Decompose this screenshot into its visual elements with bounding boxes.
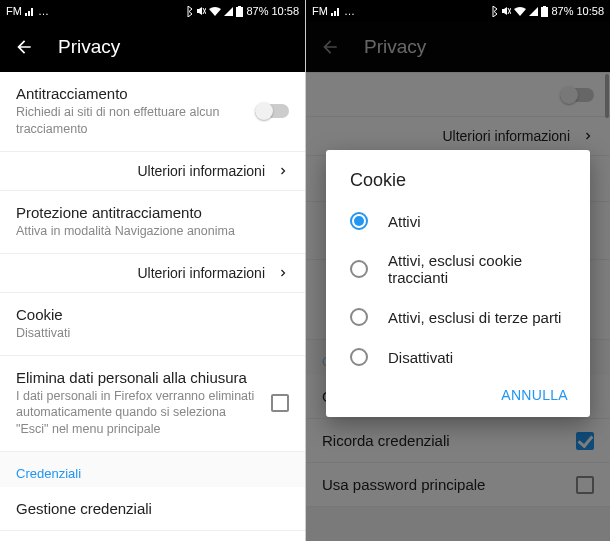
status-dots: … [38,5,49,17]
dialog-cancel-button[interactable]: ANNULLA [501,387,568,403]
mute-icon [501,6,511,16]
svg-rect-13 [543,6,546,8]
status-bar: FM … 87% 10:58 [0,0,305,22]
credentials-section-label: Credenziali [0,452,305,487]
protection-desc: Attiva in modalità Navigazione anonima [16,223,289,240]
clear-on-exit-row[interactable]: Elimina dati personali alla chiusura I d… [0,356,305,453]
signal-icon [25,6,35,16]
svg-rect-0 [25,13,27,16]
app-bar: Privacy [0,22,305,72]
cookie-option-attivi[interactable]: Attivi [332,201,584,241]
antitracking-desc: Richiedi ai siti di non effettuare alcun… [16,104,289,138]
cookie-row[interactable]: Cookie Disattivati [0,293,305,356]
radio-selected-icon [350,212,368,230]
page-title: Privacy [58,36,120,58]
svg-rect-9 [337,8,339,16]
remember-credentials-row[interactable]: Ricorda credenziali [0,531,305,541]
clear-on-exit-desc: I dati personali in Firefox verranno eli… [16,388,255,439]
signal-icon [331,6,341,16]
cookie-dialog: Cookie Attivi Attivi, esclusi cookie tra… [326,150,590,417]
status-dots: … [344,5,355,17]
svg-rect-6 [238,6,241,8]
battery-icon [541,6,548,17]
dialog-title: Cookie [332,170,584,201]
antitracking-switch[interactable] [255,104,289,118]
cookie-option-esclusi-terze[interactable]: Attivi, esclusi di terze parti [332,297,584,337]
clear-on-exit-title: Elimina dati personali alla chiusura [16,369,255,386]
more-info-link-2[interactable]: Ulteriori informazioni [0,254,305,293]
radio-icon [350,308,368,326]
cookie-title: Cookie [16,306,289,323]
antitracking-row[interactable]: Antitracciamento Richiedi ai siti di non… [0,72,305,152]
cell-icon [224,7,233,16]
svg-rect-7 [331,13,333,16]
back-icon[interactable] [14,37,34,57]
wifi-icon [514,7,526,16]
chevron-right-icon [277,267,289,279]
protection-title: Protezione antitracciamento [16,204,289,221]
more-info-link-1[interactable]: Ulteriori informazioni [0,152,305,191]
manage-credentials-row[interactable]: Gestione credenziali [0,487,305,531]
cookie-option-disattivati[interactable]: Disattivati [332,337,584,377]
svg-rect-1 [28,11,30,16]
svg-rect-2 [31,8,33,16]
mute-icon [196,6,206,16]
battery-pct: 87% [551,5,573,17]
bluetooth-icon [490,6,498,17]
cookie-option-esclusi-traccianti[interactable]: Attivi, esclusi cookie traccianti [332,241,584,297]
manage-credentials-label: Gestione credenziali [16,500,289,517]
status-fm-label: FM [312,5,328,17]
status-bar: FM … 87% 10:58 [306,0,610,22]
svg-rect-5 [236,7,243,17]
chevron-right-icon [277,165,289,177]
bluetooth-icon [185,6,193,17]
cookie-value: Disattivati [16,325,289,342]
svg-rect-8 [334,11,336,16]
battery-icon [236,6,243,17]
antitracking-title: Antitracciamento [16,85,289,102]
clock: 10:58 [576,5,604,17]
clock: 10:58 [271,5,299,17]
status-fm-label: FM [6,5,22,17]
clear-on-exit-checkbox[interactable] [271,394,289,412]
battery-pct: 87% [246,5,268,17]
radio-icon [350,260,368,278]
more-info-label-2: Ulteriori informazioni [137,265,265,281]
svg-rect-12 [541,7,548,17]
more-info-label: Ulteriori informazioni [137,163,265,179]
radio-icon [350,348,368,366]
wifi-icon [209,7,221,16]
protection-row[interactable]: Protezione antitracciamento Attiva in mo… [0,191,305,254]
cell-icon [529,7,538,16]
